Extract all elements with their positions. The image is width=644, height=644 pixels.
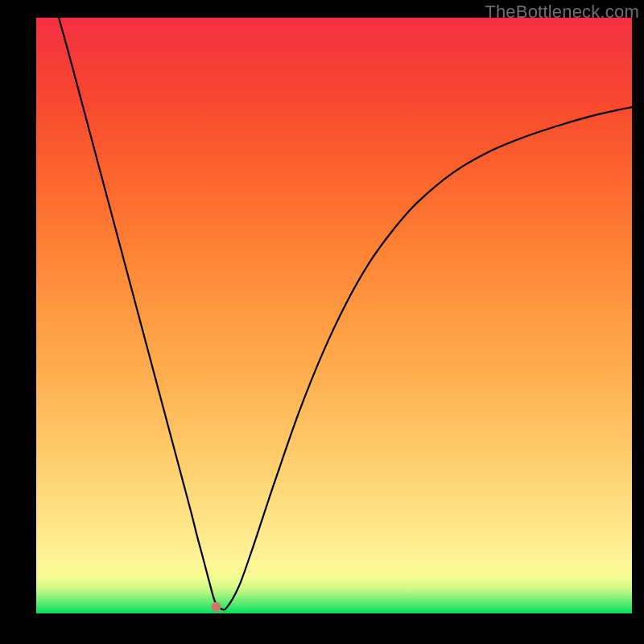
chart-svg: [36, 18, 632, 613]
watermark-text: TheBottleneck.com: [485, 2, 639, 23]
optimal-point-marker: [211, 602, 221, 612]
chart-plot-area: [36, 18, 632, 613]
chart-frame: TheBottleneck.com: [0, 0, 644, 644]
bottleneck-curve: [59, 18, 632, 610]
